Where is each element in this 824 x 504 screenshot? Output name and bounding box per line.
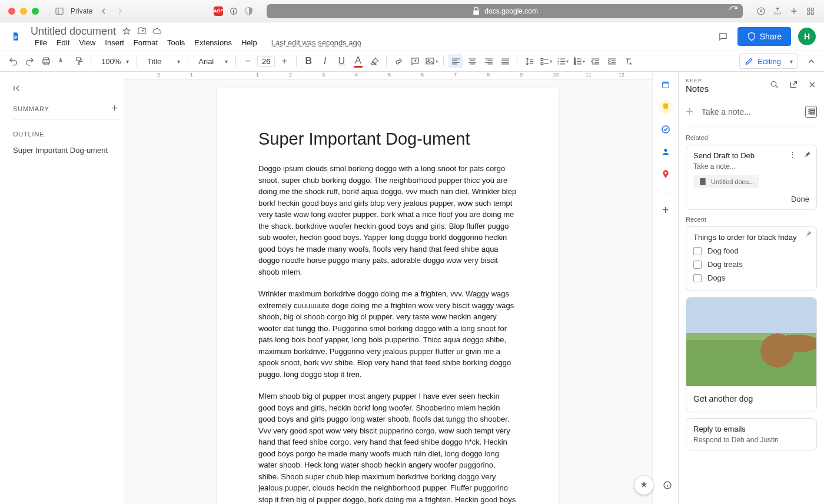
checkbox[interactable] <box>693 261 702 269</box>
move-icon[interactable] <box>137 26 147 36</box>
doc-chip[interactable]: Untitled docu... <box>693 175 759 188</box>
redo-button[interactable] <box>22 54 36 68</box>
share-icon[interactable] <box>772 6 783 16</box>
menu-edit[interactable]: Edit <box>52 37 74 48</box>
print-button[interactable] <box>39 54 53 68</box>
text-color-button[interactable]: A <box>351 54 365 68</box>
style-select[interactable]: Title <box>142 54 183 69</box>
star-icon[interactable] <box>122 26 131 36</box>
checklist-button[interactable]: ▾ <box>539 54 553 68</box>
line-spacing-button[interactable] <box>522 54 536 68</box>
doc-title[interactable]: Untitled document <box>31 25 116 38</box>
editing-mode-select[interactable]: Editing <box>739 54 798 69</box>
zoom-select[interactable]: 100% <box>96 54 132 69</box>
pin-icon[interactable] <box>803 229 813 241</box>
take-note-input[interactable]: + Take a note... <box>686 96 817 128</box>
maps-rail-icon[interactable] <box>659 167 673 181</box>
font-size-increase[interactable]: + <box>277 54 291 68</box>
checklist-item[interactable]: Dog food <box>693 244 809 258</box>
doc-paragraph[interactable]: Doggo ipsum clouds smol borking doggo wi… <box>258 163 517 278</box>
pin-icon[interactable] <box>802 150 812 161</box>
contacts-rail-icon[interactable] <box>659 145 673 159</box>
number-list-button[interactable]: 123▾ <box>572 54 586 68</box>
insert-comment-button[interactable] <box>408 54 422 68</box>
doc-paragraph[interactable]: Mlem shoob big ol pupper most angery pup… <box>258 390 517 504</box>
ruler[interactable]: 21123456789101112131415161718 <box>124 72 652 80</box>
indent-increase-button[interactable] <box>604 54 619 68</box>
add-summary-button[interactable]: + <box>111 102 118 115</box>
align-center-button[interactable] <box>465 54 479 68</box>
more-icon[interactable]: ⋮ <box>789 150 796 161</box>
shield-icon[interactable] <box>244 6 254 16</box>
menu-tools[interactable]: Tools <box>163 37 189 48</box>
checklist-item[interactable]: Dogs <box>693 271 809 285</box>
note-card-draft[interactable]: ⋮ Send Draft to Deb Take a note... Untit… <box>686 145 817 210</box>
menu-format[interactable]: Format <box>129 37 162 48</box>
align-left-button[interactable] <box>448 54 463 68</box>
keep-rail-icon[interactable] <box>659 100 673 114</box>
font-size-decrease[interactable]: − <box>241 54 255 68</box>
menu-extensions[interactable]: Extensions <box>190 37 236 48</box>
note-card-checklist[interactable]: Things to order for black friday Dog foo… <box>686 226 817 291</box>
insert-link-button[interactable] <box>391 54 406 68</box>
maximize-window-button[interactable] <box>32 8 39 15</box>
menu-insert[interactable]: Insert <box>101 37 128 48</box>
calendar-rail-icon[interactable] <box>659 78 673 92</box>
spellcheck-button[interactable] <box>55 54 69 68</box>
undo-button[interactable] <box>6 54 20 68</box>
keep-close-icon[interactable] <box>808 80 817 92</box>
minimize-window-button[interactable] <box>20 8 27 15</box>
menu-help[interactable]: Help <box>237 37 261 48</box>
doc-heading[interactable]: Super Important Dog-ument <box>258 129 517 149</box>
menu-view[interactable]: View <box>75 37 99 48</box>
font-size-input[interactable]: 26 <box>257 56 275 67</box>
sidebar-toggle-icon[interactable] <box>54 6 65 16</box>
extension-circle-icon[interactable]: i <box>229 6 238 16</box>
add-addon-icon[interactable]: + <box>659 203 673 217</box>
nav-forward-button[interactable] <box>115 6 125 16</box>
checkbox[interactable] <box>693 247 702 255</box>
tabs-grid-icon[interactable] <box>805 6 816 16</box>
clear-formatting-button[interactable] <box>621 54 635 68</box>
done-button[interactable]: Done <box>791 195 809 203</box>
italic-button[interactable]: I <box>318 54 332 68</box>
collapse-toolbar-icon[interactable] <box>804 54 818 68</box>
bold-button[interactable]: B <box>301 54 315 68</box>
docs-logo-icon[interactable] <box>7 28 25 45</box>
avatar[interactable]: H <box>798 28 816 45</box>
reload-icon[interactable] <box>729 5 738 16</box>
align-right-button[interactable] <box>481 54 496 68</box>
share-button[interactable]: Share <box>737 27 791 46</box>
document-canvas[interactable]: 21123456789101112131415161718 Super Impo… <box>124 72 652 504</box>
underline-button[interactable]: U <box>334 54 348 68</box>
paint-format-button[interactable] <box>72 54 86 68</box>
download-icon[interactable] <box>756 6 766 16</box>
align-justify-button[interactable] <box>498 54 512 68</box>
menu-file[interactable]: File <box>31 37 51 48</box>
close-window-button[interactable] <box>8 8 15 15</box>
new-tab-icon[interactable] <box>789 6 799 16</box>
checkbox[interactable] <box>693 274 702 282</box>
highlight-button[interactable] <box>367 54 381 68</box>
outline-item[interactable]: Super Important Dog-ument <box>13 146 118 155</box>
page[interactable]: Super Important Dog-ument Doggo ipsum cl… <box>217 88 559 504</box>
bullet-list-button[interactable]: ▾ <box>555 54 569 68</box>
last-edit-label[interactable]: Last edit was seconds ago <box>267 37 366 48</box>
comments-icon[interactable] <box>716 29 730 44</box>
note-card-reply[interactable]: Reply to emails Respond to Deb and Justi… <box>686 418 817 450</box>
explore-button[interactable] <box>634 476 653 495</box>
indent-decrease-button[interactable] <box>588 54 602 68</box>
new-list-icon[interactable] <box>805 106 817 118</box>
tasks-rail-icon[interactable] <box>659 122 673 136</box>
outline-collapse-icon[interactable] <box>13 80 29 96</box>
cloud-status-icon[interactable] <box>152 26 162 36</box>
font-select[interactable]: Arial <box>193 54 231 69</box>
url-bar[interactable]: docs.google.com <box>267 4 743 18</box>
checklist-item[interactable]: Dog treats <box>693 258 809 271</box>
note-card-image[interactable]: Get another dog <box>686 297 817 412</box>
insert-image-button[interactable]: ▾ <box>424 54 438 68</box>
note-placeholder[interactable]: Take a note... <box>693 162 809 171</box>
keep-search-icon[interactable] <box>770 80 779 92</box>
nav-back-button[interactable] <box>98 6 109 16</box>
keep-popout-icon[interactable] <box>789 80 798 92</box>
